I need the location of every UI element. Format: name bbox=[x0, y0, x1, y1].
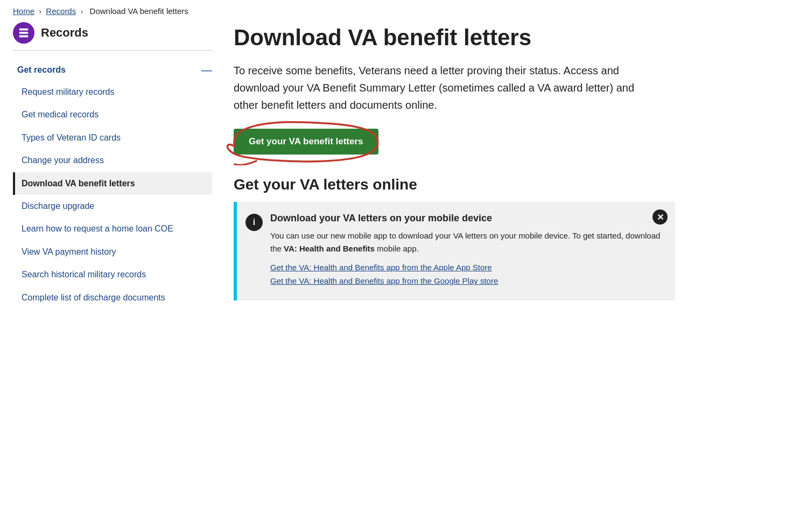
sidebar-section-get-records[interactable]: Get records — bbox=[13, 59, 212, 81]
info-box-content: Download your VA letters on your mobile … bbox=[270, 213, 664, 290]
sidebar-item-veteran-id[interactable]: Types of Veteran ID cards bbox=[13, 127, 212, 149]
info-icon: i bbox=[245, 214, 263, 231]
main-content: Download VA benefit letters To receive s… bbox=[234, 22, 741, 309]
intro-text: To receive some benefits, Veterans need … bbox=[234, 62, 654, 114]
info-box: i Download your VA letters on your mobil… bbox=[234, 202, 675, 300]
breadcrumb-records[interactable]: Records bbox=[46, 6, 76, 16]
sidebar-item-home-loan-coe[interactable]: Learn how to request a home loan COE bbox=[13, 218, 212, 240]
sidebar-nav: Request military records Get medical rec… bbox=[13, 81, 212, 309]
svg-point-5 bbox=[20, 36, 21, 37]
cta-wrapper: Get your VA benefit letters bbox=[234, 129, 378, 155]
sidebar-item-download-benefit-letters[interactable]: Download VA benefit letters bbox=[13, 172, 212, 195]
section-heading: Get your VA letters online bbox=[234, 176, 741, 193]
sidebar-item-change-address[interactable]: Change your address bbox=[13, 149, 212, 172]
info-box-title: Download your VA letters on your mobile … bbox=[270, 213, 664, 224]
close-icon[interactable]: ✕ bbox=[652, 209, 668, 225]
sidebar-item-historical-military[interactable]: Search historical military records bbox=[13, 263, 212, 286]
google-play-store-link[interactable]: Get the VA: Health and Benefits app from… bbox=[270, 276, 664, 285]
apple-app-store-link[interactable]: Get the VA: Health and Benefits app from… bbox=[270, 263, 664, 272]
page-title: Download VA benefit letters bbox=[234, 24, 741, 51]
sidebar-item-request-military[interactable]: Request military records bbox=[13, 81, 212, 103]
svg-point-4 bbox=[20, 32, 21, 33]
sidebar: Records Get records — Request military r… bbox=[13, 22, 212, 309]
sidebar-title: Records bbox=[41, 26, 88, 40]
records-icon bbox=[13, 22, 34, 44]
sidebar-item-medical-records[interactable]: Get medical records bbox=[13, 103, 212, 126]
sidebar-item-discharge-upgrade[interactable]: Discharge upgrade bbox=[13, 195, 212, 218]
info-box-body: You can use our new mobile app to downlo… bbox=[270, 229, 664, 255]
breadcrumb-home[interactable]: Home bbox=[13, 6, 34, 16]
get-va-benefit-letters-button[interactable]: Get your VA benefit letters bbox=[234, 129, 378, 155]
breadcrumb: Home › Records › Download VA benefit let… bbox=[0, 0, 800, 22]
sidebar-item-va-payment-history[interactable]: View VA payment history bbox=[13, 241, 212, 263]
sidebar-item-discharge-documents[interactable]: Complete list of discharge documents bbox=[13, 286, 212, 309]
sidebar-header: Records bbox=[13, 22, 212, 51]
breadcrumb-current: Download VA benefit letters bbox=[90, 6, 188, 16]
svg-point-3 bbox=[20, 29, 21, 30]
